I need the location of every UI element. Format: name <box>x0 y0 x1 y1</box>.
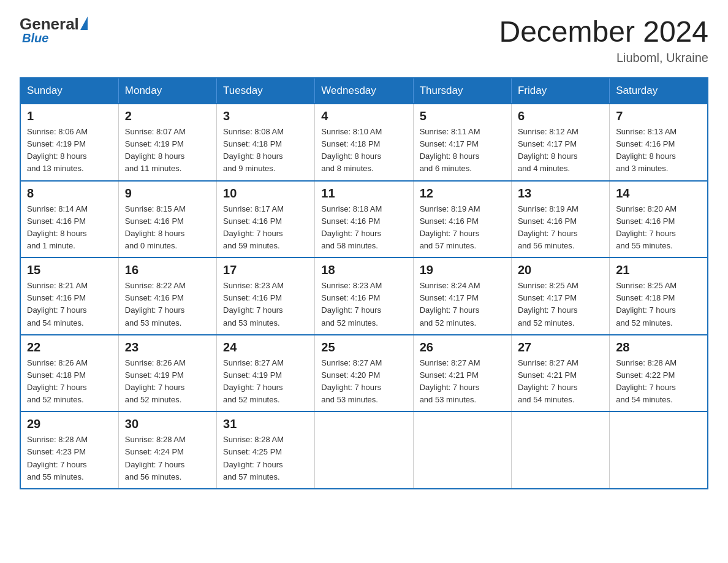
day-info: Sunrise: 8:28 AM Sunset: 4:22 PM Dayligh… <box>616 357 701 407</box>
calendar-cell: 4Sunrise: 8:10 AM Sunset: 4:18 PM Daylig… <box>315 104 413 181</box>
header-saturday: Saturday <box>610 78 708 104</box>
day-number: 28 <box>616 340 701 354</box>
day-info: Sunrise: 8:27 AM Sunset: 4:20 PM Dayligh… <box>321 357 406 407</box>
title-block: December 2024 Liuboml, Ukraine <box>499 15 708 65</box>
calendar-cell <box>610 412 708 489</box>
calendar-cell: 12Sunrise: 8:19 AM Sunset: 4:16 PM Dayli… <box>413 181 511 258</box>
calendar-cell: 14Sunrise: 8:20 AM Sunset: 4:16 PM Dayli… <box>610 181 708 258</box>
day-info: Sunrise: 8:27 AM Sunset: 4:21 PM Dayligh… <box>420 357 505 407</box>
day-number: 10 <box>223 186 308 201</box>
calendar-cell: 5Sunrise: 8:11 AM Sunset: 4:17 PM Daylig… <box>413 104 511 181</box>
week-row-5: 29Sunrise: 8:28 AM Sunset: 4:23 PM Dayli… <box>20 412 708 489</box>
week-row-2: 8Sunrise: 8:14 AM Sunset: 4:16 PM Daylig… <box>20 181 708 258</box>
day-info: Sunrise: 8:17 AM Sunset: 4:16 PM Dayligh… <box>223 203 308 253</box>
calendar-cell: 31Sunrise: 8:28 AM Sunset: 4:25 PM Dayli… <box>217 412 315 489</box>
calendar-table: SundayMondayTuesdayWednesdayThursdayFrid… <box>20 77 708 489</box>
day-info: Sunrise: 8:19 AM Sunset: 4:16 PM Dayligh… <box>420 203 505 253</box>
logo-triangle-icon <box>80 17 88 30</box>
day-info: Sunrise: 8:18 AM Sunset: 4:16 PM Dayligh… <box>321 203 406 253</box>
calendar-cell: 18Sunrise: 8:23 AM Sunset: 4:16 PM Dayli… <box>315 258 413 335</box>
calendar-cell: 24Sunrise: 8:27 AM Sunset: 4:19 PM Dayli… <box>217 335 315 412</box>
calendar-cell: 21Sunrise: 8:25 AM Sunset: 4:18 PM Dayli… <box>610 258 708 335</box>
day-number: 3 <box>223 109 308 123</box>
calendar-cell: 29Sunrise: 8:28 AM Sunset: 4:23 PM Dayli… <box>20 412 118 489</box>
calendar-cell: 30Sunrise: 8:28 AM Sunset: 4:24 PM Dayli… <box>118 412 216 489</box>
day-info: Sunrise: 8:07 AM Sunset: 4:19 PM Dayligh… <box>125 126 210 175</box>
day-info: Sunrise: 8:06 AM Sunset: 4:19 PM Dayligh… <box>27 126 112 175</box>
day-info: Sunrise: 8:26 AM Sunset: 4:19 PM Dayligh… <box>125 357 210 407</box>
day-info: Sunrise: 8:13 AM Sunset: 4:16 PM Dayligh… <box>616 126 701 175</box>
day-info: Sunrise: 8:24 AM Sunset: 4:17 PM Dayligh… <box>420 280 505 329</box>
day-number: 12 <box>420 186 505 201</box>
day-info: Sunrise: 8:15 AM Sunset: 4:16 PM Dayligh… <box>125 203 210 253</box>
calendar-cell <box>315 412 413 489</box>
calendar-cell: 16Sunrise: 8:22 AM Sunset: 4:16 PM Dayli… <box>118 258 216 335</box>
calendar-cell: 2Sunrise: 8:07 AM Sunset: 4:19 PM Daylig… <box>118 104 216 181</box>
week-row-1: 1Sunrise: 8:06 AM Sunset: 4:19 PM Daylig… <box>20 104 708 181</box>
day-number: 26 <box>420 340 505 354</box>
day-number: 7 <box>616 109 701 123</box>
logo: General Blue <box>20 15 88 45</box>
day-info: Sunrise: 8:19 AM Sunset: 4:16 PM Dayligh… <box>518 203 603 253</box>
day-number: 5 <box>420 109 505 123</box>
day-info: Sunrise: 8:28 AM Sunset: 4:23 PM Dayligh… <box>27 434 112 483</box>
calendar-cell: 10Sunrise: 8:17 AM Sunset: 4:16 PM Dayli… <box>217 181 315 258</box>
calendar-cell: 3Sunrise: 8:08 AM Sunset: 4:18 PM Daylig… <box>217 104 315 181</box>
day-number: 17 <box>223 263 308 277</box>
calendar-cell <box>413 412 511 489</box>
calendar-cell: 28Sunrise: 8:28 AM Sunset: 4:22 PM Dayli… <box>610 335 708 412</box>
calendar-cell: 9Sunrise: 8:15 AM Sunset: 4:16 PM Daylig… <box>118 181 216 258</box>
calendar-header-row: SundayMondayTuesdayWednesdayThursdayFrid… <box>20 78 708 104</box>
day-number: 13 <box>518 186 603 201</box>
day-info: Sunrise: 8:25 AM Sunset: 4:17 PM Dayligh… <box>518 280 603 329</box>
day-info: Sunrise: 8:20 AM Sunset: 4:16 PM Dayligh… <box>616 203 701 253</box>
day-number: 18 <box>321 263 406 277</box>
header-friday: Friday <box>511 78 609 104</box>
day-info: Sunrise: 8:23 AM Sunset: 4:16 PM Dayligh… <box>321 280 406 329</box>
header-tuesday: Tuesday <box>217 78 315 104</box>
day-number: 24 <box>223 340 308 354</box>
day-info: Sunrise: 8:23 AM Sunset: 4:16 PM Dayligh… <box>223 280 308 329</box>
day-info: Sunrise: 8:10 AM Sunset: 4:18 PM Dayligh… <box>321 126 406 175</box>
day-number: 25 <box>321 340 406 354</box>
day-number: 16 <box>125 263 210 277</box>
day-number: 6 <box>518 109 603 123</box>
day-number: 21 <box>616 263 701 277</box>
day-number: 29 <box>27 417 112 431</box>
calendar-cell: 22Sunrise: 8:26 AM Sunset: 4:18 PM Dayli… <box>20 335 118 412</box>
day-number: 19 <box>420 263 505 277</box>
day-info: Sunrise: 8:21 AM Sunset: 4:16 PM Dayligh… <box>27 280 112 329</box>
day-number: 8 <box>27 186 112 201</box>
header-thursday: Thursday <box>413 78 511 104</box>
week-row-4: 22Sunrise: 8:26 AM Sunset: 4:18 PM Dayli… <box>20 335 708 412</box>
day-number: 22 <box>27 340 112 354</box>
day-info: Sunrise: 8:12 AM Sunset: 4:17 PM Dayligh… <box>518 126 603 175</box>
calendar-cell: 1Sunrise: 8:06 AM Sunset: 4:19 PM Daylig… <box>20 104 118 181</box>
day-info: Sunrise: 8:25 AM Sunset: 4:18 PM Dayligh… <box>616 280 701 329</box>
day-info: Sunrise: 8:27 AM Sunset: 4:21 PM Dayligh… <box>518 357 603 407</box>
day-number: 15 <box>27 263 112 277</box>
calendar-cell: 26Sunrise: 8:27 AM Sunset: 4:21 PM Dayli… <box>413 335 511 412</box>
day-info: Sunrise: 8:22 AM Sunset: 4:16 PM Dayligh… <box>125 280 210 329</box>
day-number: 1 <box>27 109 112 123</box>
logo-blue-text: Blue <box>22 31 48 45</box>
day-info: Sunrise: 8:28 AM Sunset: 4:25 PM Dayligh… <box>223 434 308 483</box>
calendar-cell: 17Sunrise: 8:23 AM Sunset: 4:16 PM Dayli… <box>217 258 315 335</box>
header-sunday: Sunday <box>20 78 118 104</box>
day-number: 30 <box>125 417 210 431</box>
calendar-cell: 23Sunrise: 8:26 AM Sunset: 4:19 PM Dayli… <box>118 335 216 412</box>
calendar-cell: 8Sunrise: 8:14 AM Sunset: 4:16 PM Daylig… <box>20 181 118 258</box>
header-wednesday: Wednesday <box>315 78 413 104</box>
calendar-title: December 2024 <box>499 15 708 48</box>
calendar-cell: 13Sunrise: 8:19 AM Sunset: 4:16 PM Dayli… <box>511 181 609 258</box>
calendar-cell: 6Sunrise: 8:12 AM Sunset: 4:17 PM Daylig… <box>511 104 609 181</box>
day-number: 4 <box>321 109 406 123</box>
day-info: Sunrise: 8:11 AM Sunset: 4:17 PM Dayligh… <box>420 126 505 175</box>
calendar-cell: 7Sunrise: 8:13 AM Sunset: 4:16 PM Daylig… <box>610 104 708 181</box>
day-number: 20 <box>518 263 603 277</box>
day-info: Sunrise: 8:27 AM Sunset: 4:19 PM Dayligh… <box>223 357 308 407</box>
day-number: 11 <box>321 186 406 201</box>
day-number: 2 <box>125 109 210 123</box>
day-number: 23 <box>125 340 210 354</box>
day-number: 14 <box>616 186 701 201</box>
